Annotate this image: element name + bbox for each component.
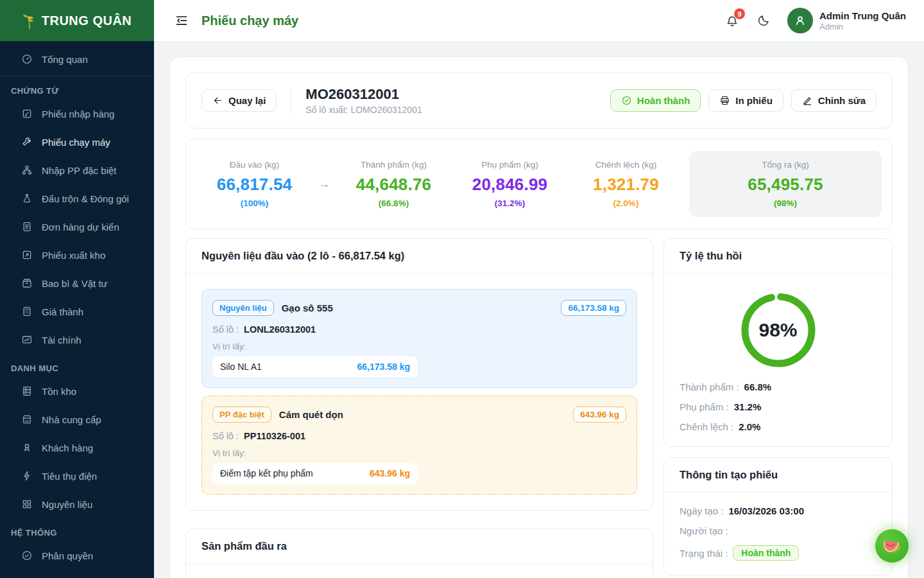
export-icon [21,249,33,261]
notification-badge: 9 [734,8,745,19]
sidebar-item-label: Nhập PP đặc biệt [42,165,116,176]
sidebar-item-label: Phiếu nhập hàng [42,109,114,119]
floating-action-button[interactable]: 🍉 [875,529,909,563]
input-materials-title: Nguyên liệu đầu vào (2 lô - 66,817.54 kg… [186,239,653,274]
sidebar-item-label: Bao bì & Vật tư [42,278,108,289]
store-icon [21,414,33,425]
sidebar-item-label: Tài chính [42,335,81,346]
content-area: Quay lại MO260312001 Số lô xuất: LOMO260… [154,41,924,578]
output-products-card: Sản phẩm đầu ra [185,529,653,578]
sidebar-item-khach-hang[interactable]: Khách hàng [0,434,154,462]
sidebar-item-phan-quyen[interactable]: Phân quyền [0,541,154,570]
user-role: Admin [819,22,906,31]
sidebar-item-nhap-pp-dac-biet[interactable]: Nhập PP đặc biệt [0,156,154,184]
lot-code: PP110326-001 [244,431,305,441]
avatar [787,8,813,33]
print-button[interactable]: In phiếu [708,89,783,112]
stat-byproduct: Phụ phẩm (kg) 20,846.99 (31.2%) [452,160,568,208]
ticket-toolbar: Quay lại MO260312001 Số lô xuất: LOMO260… [185,73,893,128]
sidebar-item-dau-tron-dong-goi[interactable]: Đấu trộn & Đóng gói [0,184,154,213]
recovery-rate-title: Tỷ lệ thu hồi [664,239,892,274]
status-badge: Hoàn thành [610,89,701,112]
sidebar-item-ton-kho[interactable]: Tồn kho [0,377,154,405]
sidebar-section-danh-muc: DANH MỤC [0,362,154,374]
recovery-row: Chênh lệch :2.0% [680,421,877,432]
recovery-row: Thành phẩm :66.8% [680,381,877,392]
recovery-percent: 98% [739,290,818,370]
sidebar-nav: Tổng quan CHỨNG TỪ Phiếu nhập hàng Phiếu… [0,41,154,570]
byproduct-lot-card: PP đặc biệt Cám quét dọn 643.96 kg Số lô… [201,396,637,495]
location-qty: 66,173.58 kg [357,362,410,372]
sidebar-item-nha-cung-cap[interactable]: Nhà cung cấp [0,405,154,434]
status-badge-small: Hoàn thành [733,545,799,561]
sidebar-item-gia-thanh[interactable]: Giá thành [0,297,154,326]
bolt-icon [21,470,33,482]
recovery-row: Phụ phẩm :31.2% [680,401,877,412]
sitemap-icon [21,164,33,176]
shield-check-icon [21,550,33,561]
menu-fold-icon[interactable] [175,13,189,28]
ticket-info-card: Thông tin tạo phiếu Ngày tạo :16/03/2026… [663,457,893,575]
sidebar-item-don-hang-du-kien[interactable]: Đơn hàng dự kiến [0,213,154,241]
sidebar-item-tai-chinh[interactable]: Tài chính [0,326,154,354]
brand-name: TRUNG QUÂN [42,13,132,28]
document-icon [21,221,33,232]
location-row: Điểm tập kết phụ phẩm 643.96 kg [212,463,418,484]
sidebar-section-chung-tu: CHỨNG TỪ [0,84,154,97]
sidebar-item-label: Khách hàng [42,442,93,453]
input-materials-card: Nguyên liệu đầu vào (2 lô - 66,817.54 kg… [185,238,653,511]
sidebar: TRUNG QUÂN Tổng quan CHỨNG TỪ Phiếu nhập… [0,0,154,578]
edit-pen-icon [802,95,813,106]
notification-bell-icon[interactable]: 9 [724,13,740,28]
customer-icon [21,442,33,453]
location-name: Silo NL A1 [220,362,262,372]
back-button[interactable]: Quay lại [201,89,277,112]
lot-type-badge: PP đặc biệt [212,407,271,423]
arrow-left-icon [212,95,223,106]
lot-type-badge: Nguyên liệu [212,300,274,316]
recovery-donut: 98% [739,290,818,370]
sidebar-item-label: Giá thành [42,306,83,317]
material-lot-card: Nguyên liệu Gạo sô 555 66,173.58 kg Số l… [201,289,637,388]
location-name: Điểm tập kết phụ phẩm [220,468,313,478]
ticket-subtitle: Số lô xuất: LOMO260312001 [305,105,422,115]
calculator-icon [21,306,33,317]
lot-qty-badge: 66,173.58 kg [561,300,626,316]
info-row-created-date: Ngày tạo :16/03/2026 03:00 [680,505,877,516]
lot-name: Cám quét dọn [279,409,343,420]
wrench-icon [21,136,33,148]
sidebar-item-label: Phiếu chạy máy [42,137,110,148]
ticket-title: MO260312001 [305,86,422,103]
sidebar-item-phieu-chay-may[interactable]: Phiếu chạy máy [0,128,154,156]
sidebar-item-phieu-xuat-kho[interactable]: Phiếu xuất kho [0,241,154,269]
topbar: Phiếu chạy máy 9 Admin Trung Quân Admin [154,0,924,41]
sidebar-item-nguyen-lieu[interactable]: Nguyên liệu [0,490,154,518]
sidebar-item-label: Nguyên liệu [42,499,92,510]
sidebar-item-label: Nhà cung cấp [42,414,101,425]
sidebar-item-phieu-nhap-hang[interactable]: Phiếu nhập hàng [0,100,154,128]
edit-button[interactable]: Chỉnh sửa [791,89,877,112]
sidebar-item-tieu-thu-dien[interactable]: Tiêu thụ điện [0,462,154,490]
output-products-title: Sản phẩm đầu ra [186,529,653,564]
brand-logo[interactable]: TRUNG QUÂN [0,0,154,41]
lot-name: Gạo sô 555 [282,302,333,313]
watermelon-icon: 🍉 [880,534,903,557]
divider [291,88,291,114]
flask-icon [21,193,33,204]
page-title: Phiếu chạy máy [201,13,298,28]
user-menu[interactable]: Admin Trung Quân Admin [787,8,906,33]
dark-mode-toggle-icon[interactable] [757,13,771,28]
sidebar-section-he-thong: HỆ THỐNG [0,526,154,539]
sidebar-item-tong-quan[interactable]: Tổng quan [0,45,154,73]
lot-qty-badge: 643.96 kg [573,407,626,423]
sidebar-item-bao-bi-vat-tu[interactable]: Bao bì & Vật tư [0,269,154,297]
arrow-right-icon: → [312,177,336,191]
info-row-created-by: Người tạo : [680,525,877,536]
ticket-info-title: Thông tin tạo phiếu [664,458,892,493]
check-circle-icon [621,95,632,106]
info-row-status: Trạng thái : Hoàn thành [680,545,877,561]
rice-plant-icon [22,12,37,29]
stat-finished: Thành phẩm (kg) 44,648.76 (66.8%) [336,160,452,208]
stat-total-output: Tổng ra (kg) 65,495.75 (98%) [689,151,882,217]
gauge-icon [21,53,33,65]
